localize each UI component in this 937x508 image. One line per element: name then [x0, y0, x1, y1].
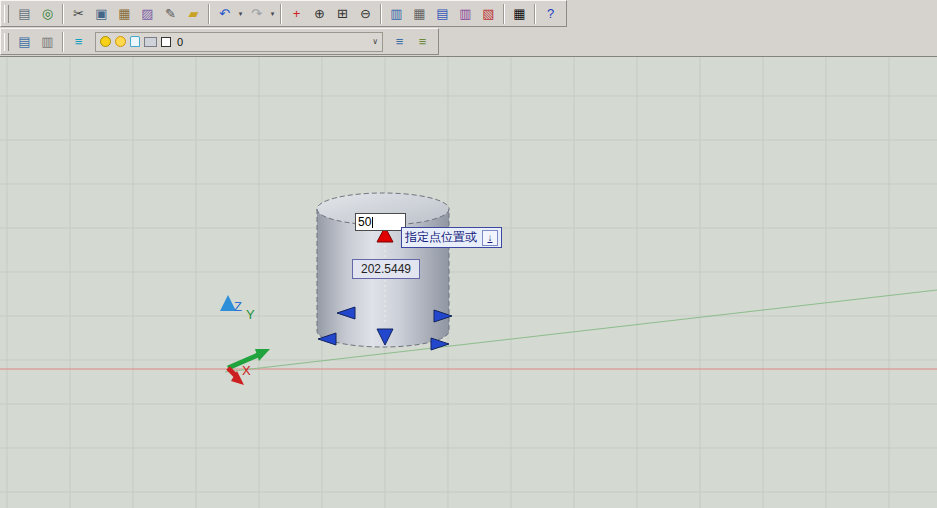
toolbar-separator — [62, 4, 64, 24]
zoom-realtime-icon: ⊕ — [314, 7, 325, 20]
sheet-set-icon: ▤ — [18, 7, 30, 20]
prompt-text: 指定点位置或 — [405, 229, 477, 246]
layer-plot-icon[interactable] — [144, 37, 157, 47]
ucs-y-arrowhead — [255, 349, 270, 361]
current-layer-name: 0 — [177, 36, 183, 48]
undo-button[interactable]: ↶ — [213, 2, 236, 25]
zoom-window-button[interactable]: ⊞ — [331, 2, 354, 25]
layers-toolbar-right-items: ≡≡ — [388, 30, 434, 53]
toolbar-drag-handle[interactable] — [4, 5, 9, 23]
undo-dropdown[interactable]: ▾ — [236, 3, 245, 24]
publish-web-button[interactable]: ◎ — [36, 2, 59, 25]
scene-canvas: Z Y X — [0, 57, 937, 508]
cut-button[interactable]: ✂ — [67, 2, 90, 25]
layers-icon: ≡ — [75, 35, 83, 48]
layer-previous-button[interactable]: ≡ — [411, 30, 434, 53]
layer-properties-icon: ▤ — [18, 35, 30, 48]
sheet-set-manager-icon: ▥ — [459, 7, 471, 20]
sheet-set-button[interactable]: ▤ — [13, 2, 36, 25]
design-center-icon: ▦ — [413, 7, 425, 20]
properties-palette-button[interactable]: ▥ — [385, 2, 408, 25]
help-icon: ? — [547, 7, 554, 20]
model-viewport[interactable]: Z Y X 50 指定点位置或 ↓ 202.5449 — [0, 56, 937, 508]
layers-toolbar: ▤▥≡ 0 ∨ ≡≡ — [0, 28, 439, 55]
pencil-edit-button[interactable]: ✎ — [159, 2, 182, 25]
toolbar-separator — [280, 4, 282, 24]
combo-dropdown-icon[interactable]: ∨ — [372, 37, 378, 46]
dynamic-prompt-tooltip: 指定点位置或 ↓ — [401, 227, 502, 248]
match-properties-icon: ▨ — [141, 7, 153, 20]
make-object-layer-current-icon: ≡ — [396, 35, 404, 48]
grip-bottom-right[interactable] — [431, 338, 449, 350]
zoom-previous-icon: ⊖ — [360, 7, 371, 20]
pan-realtime-button[interactable]: + — [285, 2, 308, 25]
toolbar-separator — [503, 4, 505, 24]
text-caret — [372, 217, 373, 228]
dynamic-input-field[interactable]: 50 — [355, 213, 406, 231]
ucs-z-label: Z — [234, 299, 242, 314]
toolbar-separator — [380, 4, 382, 24]
layer-freeze-icon[interactable] — [115, 36, 126, 47]
layer-lock-icon[interactable] — [130, 36, 140, 47]
redo-icon: ↷ — [251, 7, 262, 20]
toolbar-separator — [62, 32, 64, 52]
redo-button[interactable]: ↷ — [245, 2, 268, 25]
layer-on-icon[interactable] — [100, 36, 111, 47]
ucs-x-label: X — [242, 363, 251, 378]
layer-states-icon: ▥ — [41, 35, 53, 48]
layer-color-swatch — [161, 37, 171, 47]
pan-realtime-icon: + — [293, 7, 301, 20]
design-center-button[interactable]: ▦ — [408, 2, 431, 25]
quick-calc-icon: ▦ — [513, 7, 525, 20]
tool-palettes-icon: ▤ — [436, 7, 448, 20]
standard-toolbar-items: ▤◎✂▣▦▨✎▰↶▾↷▾+⊕⊞⊖▥▦▤▥▧▦? — [13, 2, 562, 25]
dynamic-dimension-box: 202.5449 — [352, 259, 420, 279]
application-window: { "window": { "background": "#d6d3ce" },… — [0, 0, 937, 508]
layer-states-button[interactable]: ▥ — [36, 30, 59, 53]
tool-palettes-button[interactable]: ▤ — [431, 2, 454, 25]
ground-grid — [0, 57, 937, 508]
make-object-layer-current-button[interactable]: ≡ — [388, 30, 411, 53]
toolbar-separator — [534, 4, 536, 24]
layer-properties-button[interactable]: ▤ — [13, 30, 36, 53]
redo-dropdown[interactable]: ▾ — [268, 3, 277, 24]
pencil-edit-icon: ✎ — [165, 7, 176, 20]
layers-toolbar-left-items: ▤▥≡ — [13, 30, 90, 53]
standard-toolbar: ▤◎✂▣▦▨✎▰↶▾↷▾+⊕⊞⊖▥▦▤▥▧▦? — [0, 0, 567, 27]
sheet-set-manager-button[interactable]: ▥ — [454, 2, 477, 25]
help-button[interactable]: ? — [539, 2, 562, 25]
brush-button[interactable]: ▰ — [182, 2, 205, 25]
brush-icon: ▰ — [189, 7, 199, 20]
markup-set-manager-button[interactable]: ▧ — [477, 2, 500, 25]
zoom-previous-button[interactable]: ⊖ — [354, 2, 377, 25]
zoom-realtime-button[interactable]: ⊕ — [308, 2, 331, 25]
dimension-value: 202.5449 — [361, 262, 411, 276]
quick-calc-button[interactable]: ▦ — [508, 2, 531, 25]
dynamic-input-value: 50 — [358, 215, 371, 229]
copy-icon: ▣ — [95, 7, 107, 20]
layers-button[interactable]: ≡ — [67, 30, 90, 53]
match-properties-button[interactable]: ▨ — [136, 2, 159, 25]
cut-icon: ✂ — [73, 7, 84, 20]
properties-palette-icon: ▥ — [390, 7, 402, 20]
undo-icon: ↶ — [219, 7, 230, 20]
paste-button[interactable]: ▦ — [113, 2, 136, 25]
publish-web-icon: ◎ — [42, 7, 53, 20]
layer-previous-icon: ≡ — [419, 35, 427, 48]
markup-set-manager-icon: ▧ — [482, 7, 494, 20]
toolbar-separator — [208, 4, 210, 24]
layer-combobox[interactable]: 0 ∨ — [95, 32, 383, 52]
copy-button[interactable]: ▣ — [90, 2, 113, 25]
toolbar-drag-handle[interactable] — [4, 33, 9, 51]
prompt-options-down-arrow-icon[interactable]: ↓ — [482, 230, 498, 246]
zoom-window-icon: ⊞ — [337, 7, 348, 20]
paste-icon: ▦ — [118, 7, 130, 20]
ucs-y-label: Y — [246, 307, 255, 322]
